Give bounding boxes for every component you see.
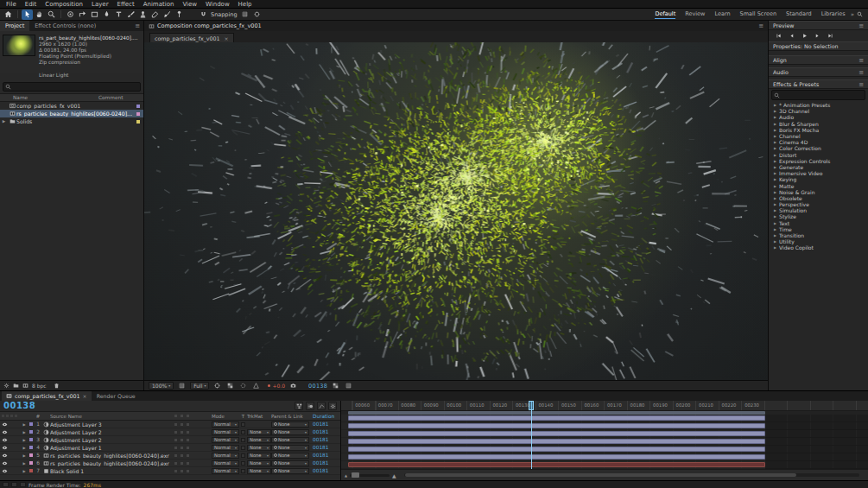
- mode-dropdown[interactable]: Normal▾: [212, 421, 239, 428]
- pickwhip-icon[interactable]: [274, 438, 277, 441]
- project-bit-depth[interactable]: 8 bpc: [32, 383, 47, 389]
- pixel-aspect-icon[interactable]: [344, 383, 353, 389]
- parent-dropdown[interactable]: None▾: [271, 445, 309, 451]
- effects-category[interactable]: ▶Noise & Grain: [769, 189, 868, 195]
- layer-source-name[interactable]: rs_particles_beauty_highlites[0060-0240]…: [50, 453, 172, 459]
- effects-category[interactable]: ▶Generate: [769, 164, 868, 170]
- trkmat-dropdown[interactable]: None▾: [247, 453, 271, 459]
- menu-view[interactable]: View: [178, 1, 201, 8]
- effects-category[interactable]: ▶Channel: [769, 133, 868, 139]
- zoom-slider-thumb[interactable]: [352, 472, 359, 478]
- menu-effect[interactable]: Effect: [113, 1, 139, 8]
- stencil-toggle[interactable]: [239, 422, 247, 427]
- effects-category[interactable]: ▶Blur & Sharpen: [769, 121, 868, 127]
- layer-av-features[interactable]: [0, 468, 21, 474]
- layer-trkmat-select[interactable]: None▾: [247, 468, 271, 474]
- pickwhip-icon[interactable]: [274, 422, 277, 426]
- effects-category[interactable]: ▶Keying: [769, 176, 868, 182]
- stencil-column[interactable]: T: [239, 414, 247, 419]
- project-item[interactable]: comp_particles_fx_v001: [0, 102, 143, 110]
- parent-dropdown[interactable]: None▾: [271, 460, 309, 466]
- effects-category[interactable]: ▶Expression Controls: [769, 158, 868, 164]
- trash-icon[interactable]: [54, 383, 60, 389]
- layer-trkmat-select[interactable]: None▾: [247, 460, 271, 466]
- stencil-toggle[interactable]: [239, 453, 247, 458]
- snapshot-icon[interactable]: [288, 383, 298, 389]
- panel-menu-icon[interactable]: ≡: [758, 22, 763, 29]
- layer-parent-select[interactable]: None▾: [271, 468, 309, 474]
- composition-panel-title[interactable]: Composition comp_particles_fx_v001: [157, 22, 262, 29]
- layer-switches[interactable]: [172, 462, 212, 465]
- label-color-chip[interactable]: [133, 105, 143, 108]
- stencil-checkbox[interactable]: [241, 430, 245, 434]
- source-name-column[interactable]: Source Name: [50, 414, 172, 419]
- time-ruler[interactable]: 0006000070000800009000100001100012000130…: [341, 401, 868, 411]
- show-channel-icon[interactable]: [331, 383, 340, 389]
- label-color-chip[interactable]: [133, 112, 143, 116]
- switch-dot-icon[interactable]: [187, 447, 189, 449]
- chevron-right-icon[interactable]: ▶: [21, 461, 28, 466]
- selection-tool[interactable]: [22, 10, 33, 20]
- timeline-layer-row[interactable]: ▶2Adjustment Layer 2Normal▾None▾ None▾00…: [0, 428, 340, 436]
- column-name[interactable]: Name: [0, 95, 98, 100]
- layer-mode-select[interactable]: Normal▾: [212, 429, 239, 435]
- transparency-grid-icon[interactable]: [225, 383, 235, 389]
- pen-tool[interactable]: [101, 10, 112, 20]
- layer-label-color[interactable]: [28, 438, 34, 441]
- trkmat-column[interactable]: TrkMat: [247, 414, 271, 419]
- parent-dropdown[interactable]: None▾: [271, 468, 309, 474]
- switch-dot-icon[interactable]: [174, 423, 177, 426]
- effects-category[interactable]: ▶Stylize: [769, 213, 868, 219]
- stencil-toggle[interactable]: [239, 438, 247, 442]
- parent-dropdown[interactable]: None▾: [271, 437, 309, 443]
- trkmat-dropdown[interactable]: None▾: [247, 445, 271, 451]
- stencil-checkbox[interactable]: [241, 453, 245, 458]
- layer-source-name[interactable]: rs_particles_beauty_highlites[0060-0240]…: [50, 460, 172, 466]
- switch-dot-icon[interactable]: [174, 431, 177, 434]
- chevron-right-icon[interactable]: ▶: [21, 469, 28, 473]
- layer-duration-bar[interactable]: [348, 431, 765, 436]
- workspace-libraries[interactable]: Libraries: [821, 10, 846, 18]
- layer-label-color[interactable]: [28, 422, 34, 426]
- zoom-out-icon[interactable]: ▲: [345, 473, 347, 478]
- workspace-default[interactable]: Default: [655, 10, 675, 19]
- layer-parent-select[interactable]: None▾: [271, 429, 309, 435]
- timeline-layer-row[interactable]: ▶1Adjustment Layer 3Normal▾ None▾00181: [0, 421, 340, 428]
- workspace-search-icon[interactable]: [854, 11, 865, 17]
- column-comment[interactable]: Comment: [98, 95, 143, 100]
- pickwhip-icon[interactable]: [274, 446, 277, 449]
- layer-mode-select[interactable]: Normal▾: [212, 468, 239, 474]
- timeline-horizontal-scrollbar[interactable]: [404, 473, 859, 477]
- prev-frame-button[interactable]: [788, 32, 795, 40]
- switch-dot-icon[interactable]: [181, 454, 183, 457]
- layer-parent-select[interactable]: None▾: [271, 460, 309, 466]
- effects-category[interactable]: ▶Immersive Video: [769, 170, 868, 176]
- effects-category[interactable]: ▶Simulation: [769, 207, 868, 213]
- snapping-magnet-icon[interactable]: [199, 10, 208, 19]
- viewer-timecode[interactable]: 00138: [308, 383, 327, 390]
- effects-category[interactable]: ▶Text: [769, 220, 868, 226]
- motionblur-icon[interactable]: [306, 402, 314, 410]
- layer-label-color[interactable]: [28, 453, 34, 457]
- label-color-chip[interactable]: [133, 120, 143, 124]
- layer-mode-select[interactable]: Normal▾: [212, 437, 239, 443]
- layer-source-name[interactable]: Adjustment Layer 2: [50, 437, 172, 443]
- effects-category[interactable]: ▶Cinema 4D: [769, 139, 868, 145]
- new-folder-icon[interactable]: [13, 383, 19, 389]
- region-of-interest-icon[interactable]: [212, 383, 222, 389]
- timeline-toggle-icon[interactable]: [3, 482, 9, 487]
- timeline-layer-row[interactable]: ▶7Black Solid 1Normal▾None▾ None▾00181: [0, 467, 340, 475]
- effects-category[interactable]: ▶Obsolete: [769, 195, 868, 201]
- panel-menu-icon[interactable]: ≡: [858, 22, 864, 29]
- trkmat-dropdown[interactable]: None▾: [247, 460, 271, 466]
- timeline-zoom-slider[interactable]: [350, 474, 390, 477]
- layer-switches[interactable]: [172, 431, 212, 434]
- timeline-layer-row[interactable]: ▶4Adjustment Layer 1Normal▾None▾ None▾00…: [0, 444, 340, 452]
- stencil-checkbox[interactable]: [241, 438, 245, 442]
- flowchart-icon[interactable]: [295, 402, 303, 410]
- roto-brush-tool[interactable]: [162, 10, 173, 20]
- eraser-tool[interactable]: [149, 10, 161, 20]
- layer-av-features[interactable]: [0, 429, 21, 435]
- trkmat-dropdown[interactable]: None▾: [247, 429, 271, 435]
- switch-dot-icon[interactable]: [181, 447, 183, 449]
